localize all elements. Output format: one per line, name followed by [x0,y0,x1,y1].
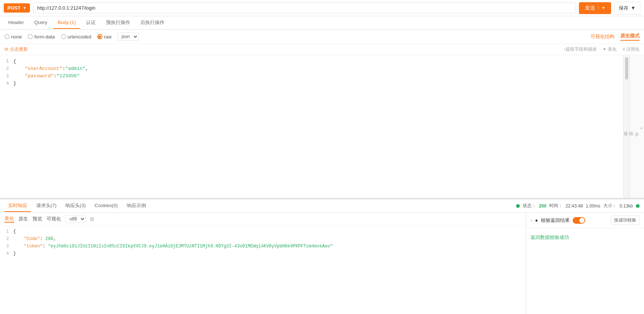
main-content: none form-data urlencoded raw json [0,30,644,314]
size-indicator-icon [636,204,640,208]
fmt-beautify-btn[interactable]: 美化 [4,215,14,223]
json-type-select[interactable]: json [118,33,139,41]
resp-tab-request-headers[interactable]: 请求头(7) [33,200,60,212]
resp-tab-cookies[interactable]: Cookies(0) [91,200,122,211]
status-code: 200 [539,203,546,209]
radio-form-data[interactable]: form-data [28,34,55,40]
radio-raw[interactable]: raw [97,34,112,40]
tab-body[interactable]: Body (1) [53,17,80,29]
simplify-btn[interactable]: ≡ 注简化 [623,46,640,53]
save-chevron-icon: ▼ [631,5,635,11]
field-description-sidebar: « 字 段 描 述 [629,55,644,198]
editor-toolbar: ⟳ 点击更新 ↑提取字段和描述 ✦ 美化 ≡ 注简化 [0,44,644,55]
top-bar: POST ▼ 发送 ▼ 保存 ▼ [0,0,644,16]
request-tab-bar: Header Query Body (1) 认证 预执行操作 后执行操作 [0,16,644,30]
copy-icon[interactable]: ⧉ [90,216,94,222]
url-input[interactable] [33,3,576,13]
radio-none-circle [4,34,10,39]
validate-toggle[interactable] [573,217,585,224]
scrollbar-thumb [625,57,628,80]
visualize-structure-btn[interactable]: 可视化结构 [590,33,614,40]
body-right-options: 可视化结构 原生模式 [590,33,640,41]
resp-tab-realtime[interactable]: 实时响应 [4,200,31,212]
send-label: 发送 [585,5,595,11]
toggle-on-icon[interactable] [573,217,585,224]
time-value: 22:43:48 [566,203,583,209]
code-line-1: 1 { [0,58,623,65]
fmt-visualize-btn[interactable]: 可视化 [47,216,61,222]
code-line-4: 4 } [0,80,623,88]
validate-panel: › ● 校验返回结果 按成功校验 返回数据校验成功 [526,213,644,314]
time-label: 时间： [549,203,563,209]
request-area: none form-data urlencoded raw json [0,30,644,199]
resp-line-4: 4 } [0,251,526,258]
method-label: POST [7,5,20,11]
response-status: 状态： 200 时间： 22:43:48 1.00ms 大小： 0.13kb [516,203,640,209]
speed-value: 1.00ms [586,203,600,209]
response-code-area: 1 { 2 "Code": 200, 3 "token": "eyJhbGciO… [0,226,526,314]
raw-mode-btn[interactable]: 原生模式 [620,33,640,41]
left-panel: none form-data urlencoded raw json [0,30,644,314]
validate-by-success-btn[interactable]: 按成功校验 [611,216,640,225]
request-code-editor[interactable]: 1 { 2 "userAccount":"admin", 3 "password… [0,55,623,198]
resp-line-1: 1 { [0,229,526,236]
radio-urlencoded[interactable]: urlencoded [61,34,91,40]
radio-none[interactable]: none [4,34,22,40]
size-label: 大小： [603,203,617,209]
validate-header: › ● 校验返回结果 按成功校验 [526,213,644,228]
response-tab-bar: 实时响应 请求头(7) 响应头(3) Cookies(0) 响应示例 状态： [0,199,644,213]
response-format-bar: 美化 原生 预览 可视化 utf8 ⧉ [0,213,526,226]
tab-auth[interactable]: 认证 [82,16,100,30]
validate-collapse-icon[interactable]: › [531,217,532,223]
save-button[interactable]: 保存 ▼ [614,2,640,14]
code-line-2: 2 "userAccount":"admin", [0,65,623,73]
request-scrollbar[interactable] [623,55,629,198]
sidebar-toggle[interactable]: « [640,127,644,129]
resp-line-2: 2 "Code": 200, [0,236,526,243]
method-chevron-icon: ▼ [23,6,26,10]
response-content: 美化 原生 预览 可视化 utf8 ⧉ 1 { [0,213,644,314]
size-value: 0.13kb [620,203,633,209]
radio-form-data-circle [28,34,33,39]
resp-line-3: 3 "token": "eyJhbGciOiJIUzI1NiIsInR5cCI6… [0,243,526,251]
validate-result[interactable]: 返回数据校验成功 [526,228,644,247]
save-label: 保存 [619,5,628,11]
send-chevron-icon: ▼ [598,6,605,10]
tab-query[interactable]: Query [30,17,52,29]
send-button[interactable]: 发送 ▼ [579,2,611,14]
radio-raw-circle [97,34,102,39]
fmt-raw-btn[interactable]: 原生 [18,216,28,222]
click-update-btn[interactable]: ⟳ 点击更新 [4,46,28,53]
resp-tab-example[interactable]: 响应示例 [123,200,150,212]
method-selector[interactable]: POST ▼ [4,3,30,13]
encoding-select[interactable]: utf8 [65,215,86,223]
tab-header[interactable]: Header [4,17,28,29]
extract-fields-btn[interactable]: ↑提取字段和描述 [563,46,597,53]
response-area: 实时响应 请求头(7) 响应头(3) Cookies(0) 响应示例 状态： [0,199,644,314]
beautify-btn[interactable]: ✦ 美化 [603,46,616,53]
validate-text: 校验返回结果 [541,217,570,224]
status-label: 状态： [523,203,536,209]
resp-tab-response-headers[interactable]: 响应头(3) [62,200,89,212]
update-icon: ⟳ [4,47,9,52]
editor-right-tools: ↑提取字段和描述 ✦ 美化 ≡ 注简化 [563,46,640,53]
status-dot-icon [516,204,520,208]
code-line-3: 3 "password":"123456" [0,73,623,80]
fmt-preview-btn[interactable]: 预览 [33,216,42,222]
tab-pre-action[interactable]: 预执行操作 [102,16,135,30]
radio-urlencoded-circle [61,34,66,39]
tab-post-action[interactable]: 后执行操作 [136,16,169,30]
validate-label: ● [535,217,538,223]
body-options-bar: none form-data urlencoded raw json [0,30,644,44]
